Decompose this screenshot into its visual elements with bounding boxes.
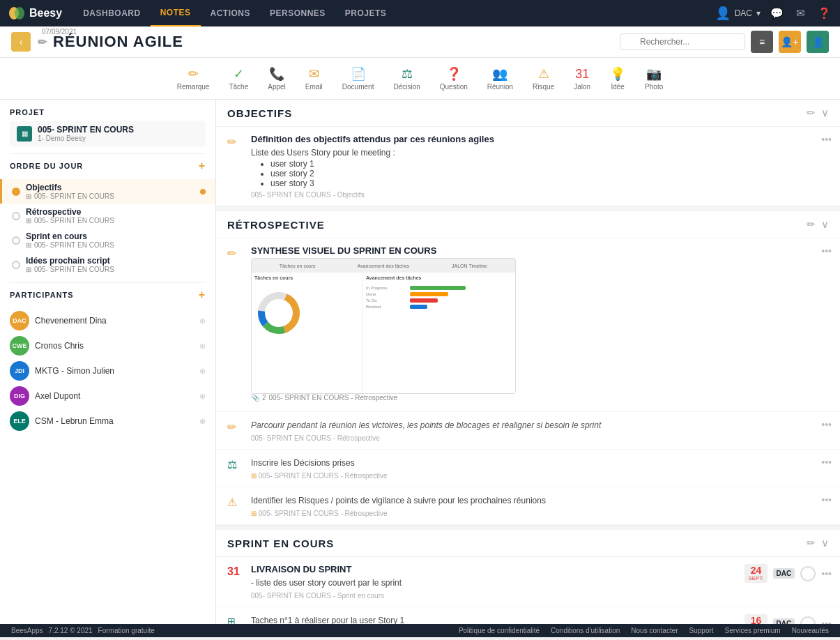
agenda-section-header: ORDRE DU JOUR + xyxy=(0,160,215,172)
topnav-nav: DASHBOARD NOTES ACTIONS PERSONNES PROJET… xyxy=(73,0,715,26)
note-objectifs-1: ✏ ••• Définition des objectifs attendus … xyxy=(216,127,840,206)
edit-section-retrospective[interactable]: ✏ xyxy=(807,218,816,231)
toolbar-risque[interactable]: ⚠ Risque xyxy=(523,63,564,93)
search-input[interactable] xyxy=(620,33,745,50)
divider-2 xyxy=(10,282,206,283)
toolbar-remarque[interactable]: ✏ Remarque xyxy=(167,63,220,93)
note-menu-sprint-2[interactable]: ••• xyxy=(821,618,832,625)
footer-formation[interactable]: Formation gratuite xyxy=(98,627,155,634)
agenda-project-idees: ⊞ 005- SPRINT EN COURS xyxy=(26,266,206,273)
edit-section-sprint[interactable]: ✏ xyxy=(807,537,816,549)
section-header-retrospective: RÉTROSPECTIVE ✏ ∨ xyxy=(216,211,840,238)
logo[interactable]: Beesy xyxy=(8,5,62,22)
nav-notes[interactable]: NOTES xyxy=(151,0,201,26)
status-circle-sprint-2 xyxy=(800,616,816,625)
project-name: 005- SPRINT EN COURS xyxy=(38,125,134,135)
help-icon[interactable]: ❓ xyxy=(816,6,832,21)
project-box[interactable]: ▦ 005- SPRINT EN COURS 1- Demo Beesy xyxy=(10,121,206,146)
note-menu-retro-1[interactable]: ••• xyxy=(821,245,832,257)
back-button[interactable]: ‹ xyxy=(11,32,31,52)
note-menu-retro-4[interactable]: ••• xyxy=(821,494,832,505)
add-participant-button[interactable]: + xyxy=(199,289,206,301)
agenda-item-sprint[interactable]: Sprint en cours ⊞ 005- SPRINT EN COURS xyxy=(0,228,215,252)
collapse-section-objectifs[interactable]: ∨ xyxy=(821,107,829,119)
sv-bar-1 xyxy=(410,286,466,290)
sv-bar-row-4: Blocked xyxy=(366,305,512,309)
participant-cwe[interactable]: CWE Cronos Chris ⊕ xyxy=(0,333,215,358)
nav-dashboard[interactable]: DASHBOARD xyxy=(73,0,151,26)
footer-privacy[interactable]: Politique de confidentialité xyxy=(459,627,540,634)
toolbar-question[interactable]: ❓ Question xyxy=(430,63,478,93)
toolbar-tache[interactable]: ✓ Tâche xyxy=(219,63,258,93)
filter-button[interactable]: ≡ xyxy=(751,31,773,53)
agenda-project-sprint: ⊞ 005- SPRINT EN COURS xyxy=(26,241,206,249)
note-icon-0: ✏ xyxy=(227,135,236,148)
note-body-retro-3: Inscrire les Décisions prises xyxy=(251,457,829,469)
footer-terms[interactable]: Conditions d'utilisation xyxy=(551,627,620,634)
bullet-0-1: user story 2 xyxy=(270,169,829,178)
agenda-item-idees[interactable]: Idées prochain script ⊞ 005- SPRINT EN C… xyxy=(0,252,215,277)
section-sprint-en-cours: SPRINT EN COURS ✏ ∨ 31 LIVRAISON DU SPRI… xyxy=(216,530,840,624)
toolbar-idee[interactable]: 💡 Idée xyxy=(600,63,635,93)
collapse-section-sprint[interactable]: ∨ xyxy=(821,537,829,549)
participant-name-ele: CSM - Lebrun Emma xyxy=(35,416,114,426)
toolbar-photo[interactable]: 📷 Photo xyxy=(635,63,673,93)
question-label: Question xyxy=(440,83,468,91)
toolbar-reunion[interactable]: 👥 Réunion xyxy=(478,63,523,93)
participants-section-title: PARTICIPANTS + xyxy=(10,289,206,301)
edit-icon[interactable]: ✏ xyxy=(38,36,47,49)
sprint-visual: Tâches en cours Avancement des tâches JA… xyxy=(251,258,516,394)
agenda-item-objectifs[interactable]: Objectifs ⊞ 005- SPRINT EN COURS xyxy=(0,179,215,204)
participant-avatar-dac: DAC xyxy=(10,311,29,330)
nav-personnes[interactable]: PERSONNES xyxy=(260,0,335,26)
note-sprint-1: 31 LIVRAISON DU SPRINT - liste des user … xyxy=(216,557,840,607)
participant-jdi[interactable]: JDI MKTG - Simon Julien ⊕ xyxy=(0,358,215,383)
note-body-sprint-1: - liste des user story couvert par le sp… xyxy=(251,577,728,589)
agenda-project-icon-1: ⊞ xyxy=(26,217,31,224)
search-wrap xyxy=(620,33,745,50)
decision-icon: ⚖ xyxy=(402,66,413,82)
footer-premium[interactable]: Services premium xyxy=(725,627,781,634)
participant-dig[interactable]: DIG Axel Dupont ⊕ xyxy=(0,383,215,409)
add-agenda-button[interactable]: + xyxy=(199,160,206,172)
main-content: OBJECTIFS ✏ ∨ ✏ ••• Définition des objec… xyxy=(216,100,840,624)
toolbar-email[interactable]: ✉ Email xyxy=(296,63,333,93)
note-retrospective-2: ✏ ••• Parcourir pendant la réunion les v… xyxy=(216,412,840,450)
add-button[interactable]: 👤+ xyxy=(779,31,801,53)
project-section: PROJET ▦ 005- SPRINT EN COURS 1- Demo Be… xyxy=(0,108,215,146)
toolbar-decision[interactable]: ⚖ Décision xyxy=(383,63,429,93)
nav-projets[interactable]: PROJETS xyxy=(335,0,397,26)
bullet-0-0: user story 1 xyxy=(270,159,829,169)
participant-ele[interactable]: ELE CSM - Lebrun Emma ⊕ xyxy=(0,409,215,434)
footer-nouveautes[interactable]: Nouveautés xyxy=(792,627,829,634)
edit-section-objectifs[interactable]: ✏ xyxy=(807,107,816,119)
footer-contact[interactable]: Nous contacter xyxy=(631,627,678,634)
chat-icon[interactable]: 💬 xyxy=(769,6,784,21)
sv-bar-label-1: In Progress xyxy=(366,286,408,290)
note-menu-sprint-1[interactable]: ••• xyxy=(821,568,832,579)
toolbar-jalon[interactable]: 31 Jalon xyxy=(564,64,600,93)
share-button[interactable]: 👤 xyxy=(807,31,829,53)
footer-support[interactable]: Support xyxy=(689,627,714,634)
user-menu[interactable]: 👤 DAC ▾ xyxy=(715,6,761,21)
agenda-item-retrospective[interactable]: Rétrospective ⊞ 005- SPRINT EN COURS xyxy=(0,204,215,228)
note-menu-retro-2[interactable]: ••• xyxy=(821,419,832,430)
note-menu-0[interactable]: ••• xyxy=(821,134,832,145)
nav-actions[interactable]: ACTIONS xyxy=(201,0,261,26)
participant-dac[interactable]: DAC Chevenement Dina ⊕ xyxy=(0,308,215,333)
note-menu-retro-3[interactable]: ••• xyxy=(821,457,832,468)
toolbar-appel[interactable]: 📞 Appel xyxy=(258,63,296,93)
mail-icon[interactable]: ✉ xyxy=(793,6,808,21)
note-meta-retro-4: ⊞ 005- SPRINT EN COURS - Rétrospective xyxy=(251,510,829,517)
idee-label: Idée xyxy=(611,83,624,91)
note-icon-retro-1: ✏ xyxy=(227,247,236,260)
section-header-sprint: SPRINT EN COURS ✏ ∨ xyxy=(216,530,840,557)
project-sub: 1- Demo Beesy xyxy=(38,135,134,142)
topnav-right: 👤 DAC ▾ 💬 ✉ ❓ xyxy=(715,6,832,21)
attach-count-retro-1: 📎 2 005- SPRINT EN COURS - Rétrospective xyxy=(251,394,829,402)
photo-icon: 📷 xyxy=(646,66,662,82)
agenda-project-icon-3: ⊞ xyxy=(26,266,31,273)
project-info: 005- SPRINT EN COURS 1- Demo Beesy xyxy=(38,125,134,142)
collapse-section-retrospective[interactable]: ∨ xyxy=(821,218,829,231)
toolbar-document[interactable]: 📄 Document xyxy=(333,63,384,93)
